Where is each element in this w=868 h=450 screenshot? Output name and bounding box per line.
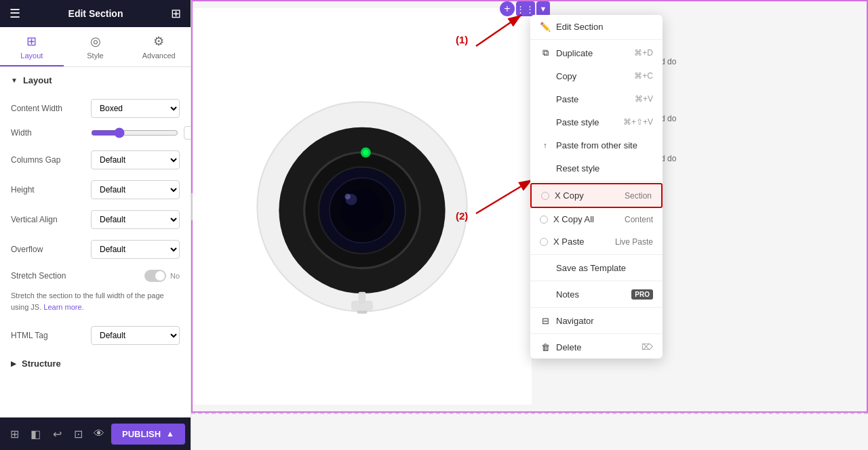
ctx-navigator[interactable]: ⊟ Navigator [530,309,663,332]
layers-button[interactable]: ⊞ [5,422,24,446]
ctx-x-copy-all-label: X Copy All [553,214,619,224]
navigator-icon: ⊟ [540,315,551,326]
stretch-toggle[interactable]: No [144,270,180,282]
dropdown-arrow[interactable]: ▼ [536,1,550,16]
width-row: Width [0,123,191,145]
tab-layout-label: Layout [20,52,43,60]
collapse-handle[interactable]: ‹ [191,193,193,220]
ctx-duplicate[interactable]: ⧉ Duplicate ⌘+D [530,41,663,64]
ctx-x-copy-label: X Copy [555,190,619,201]
ctx-paste-style-shortcut: ⌘+⇧+V [623,117,653,127]
bottom-dashed [191,413,868,450]
ctx-paste-style[interactable]: Paste style ⌘+⇧+V [530,110,663,134]
ctx-reset-style-label: Reset style [556,163,653,173]
vertical-align-control[interactable]: Default [91,210,180,229]
sidebar-header: ☰ Edit Section ⊞ [0,0,191,27]
ctx-x-paste[interactable]: X Paste Live Paste [530,230,663,253]
layout-arrow-icon: ▼ [11,77,18,84]
layout-section-header[interactable]: ▼ Layout [0,67,191,94]
pencil-icon: ✏️ [540,21,551,32]
layout-section-label: Layout [23,75,52,85]
ctx-x-copy-all-tag: Content [625,215,653,224]
learn-more-link[interactable]: Learn more. [43,303,83,311]
columns-gap-control[interactable]: Default [91,150,180,169]
drag-handle[interactable]: ⋮⋮ [516,1,535,16]
ctx-reset-style[interactable]: Reset style [530,157,663,180]
ctx-notes[interactable]: Notes PRO [530,283,663,306]
stretch-section-label: Stretch Section [11,271,139,281]
vertical-align-row: Vertical Align Default [0,205,191,234]
section-box: net, consectetur adipiscing elit, sed do… [191,0,868,413]
save-template-icon [540,262,551,273]
undo-button[interactable]: ↩ [47,422,66,446]
trash-icon: 🗑 [540,342,551,352]
ctx-paste-other[interactable]: ↑ Paste from other site [530,134,663,157]
content-width-row: Content Width Boxed Full Width [0,94,191,123]
ctx-x-paste-label: X Paste [553,237,610,247]
ctx-paste-other-label: Paste from other site [556,140,653,150]
ctx-duplicate-label: Duplicate [556,48,629,58]
vertical-align-select[interactable]: Default [91,210,180,229]
main-area: net, consectetur adipiscing elit, sed do… [191,0,868,450]
divider-3 [530,254,663,255]
ctx-copy[interactable]: Copy ⌘+C [530,64,663,87]
eye-button[interactable]: 👁 [90,422,108,446]
tab-style[interactable]: ◎ Style [64,27,127,66]
publish-label: PUBLISH [122,429,161,439]
ctx-paste-style-label: Paste style [556,117,618,127]
annotation-1: (1) [456,34,468,45]
ctx-paste[interactable]: Paste ⌘+V [530,87,663,110]
ctx-x-paste-tag: Live Paste [615,237,653,247]
publish-button[interactable]: PUBLISH ▲ [111,424,185,445]
ctx-paste-label: Paste [556,94,629,104]
html-tag-control[interactable]: Default [91,326,180,345]
overflow-control[interactable]: Default [91,240,180,259]
height-control[interactable]: Default [91,180,180,199]
reset-icon [540,163,551,173]
divider-4 [530,281,663,281]
divider-5 [530,307,663,308]
columns-gap-select[interactable]: Default [91,150,180,169]
ctx-delete-label: Delete [556,342,636,352]
x-copy-radio [541,192,549,200]
ctx-save-template[interactable]: Save as Template [530,256,663,279]
tab-advanced[interactable]: ⚙ Advanced [127,27,191,66]
add-section-button[interactable]: + [500,1,515,16]
ctx-edit-section[interactable]: ✏️ Edit Section [530,15,663,38]
vertical-align-label: Vertical Align [11,215,85,224]
height-select[interactable]: Default [91,180,180,199]
html-tag-label: HTML Tag [11,331,85,340]
ctx-x-copy-tag: Section [625,191,652,201]
sidebar-footer: ⊞ ◧ ↩ ⊡ 👁 PUBLISH ▲ [0,417,191,450]
ctx-edit-section-label: Edit Section [556,22,653,32]
x-paste-radio [540,238,548,246]
paste-other-icon: ↑ [540,140,551,150]
paste-icon [540,94,551,104]
content-width-label: Content Width [11,104,85,113]
hamburger-icon[interactable]: ☰ [9,6,20,21]
content-width-control[interactable]: Boxed Full Width [91,99,180,118]
content-width-select[interactable]: Boxed Full Width [91,99,180,118]
ctx-x-copy-all[interactable]: X Copy All Content [530,208,663,230]
camera-area [193,8,532,405]
grid-icon[interactable]: ⊞ [171,6,181,21]
structure-section-header[interactable]: ▶ Structure [0,350,191,377]
stretch-note-text: Stretch the section to the full width of… [11,291,164,311]
width-slider[interactable] [91,127,178,138]
responsive-button[interactable]: ⊡ [69,422,87,446]
tab-advanced-label: Advanced [142,52,176,60]
tab-layout[interactable]: ⊞ Layout [0,27,64,66]
overflow-select[interactable]: Default [91,240,180,259]
html-tag-select[interactable]: Default [91,326,180,345]
stretch-switch[interactable] [144,270,166,282]
stack-button[interactable]: ◧ [26,422,45,446]
columns-gap-row: Columns Gap Default [0,145,191,175]
divider-2 [530,181,663,182]
overflow-row: Overflow Default [0,234,191,264]
camera-svg [254,98,471,315]
ctx-delete[interactable]: 🗑 Delete ⌦ [530,335,663,359]
stretch-note: Stretch the section to the full width of… [0,287,191,321]
toggle-no-label: No [170,272,180,280]
width-value[interactable] [184,126,191,140]
ctx-x-copy[interactable]: X Copy Section [530,183,663,208]
